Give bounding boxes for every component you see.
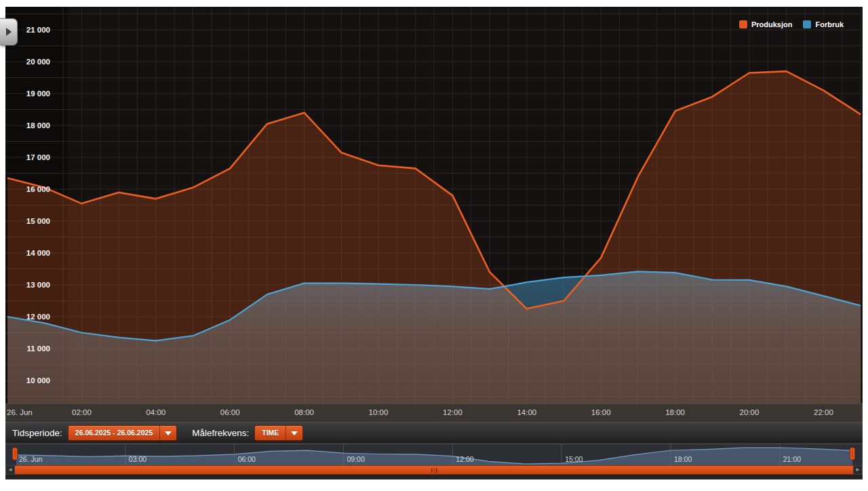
malefrekvens-select[interactable]: TIME <box>254 425 303 441</box>
svg-text:10 000: 10 000 <box>26 376 50 385</box>
svg-text:19 000: 19 000 <box>26 90 50 98</box>
main-chart-area: 21 00020 00019 00018 00017 00016 00015 0… <box>5 7 863 422</box>
svg-text:12:00: 12:00 <box>456 455 473 463</box>
legend: Produksjon Forbruk <box>739 20 844 28</box>
scroll-left-button[interactable]: ◄ <box>5 465 15 475</box>
svg-text:10:00: 10:00 <box>369 408 389 416</box>
legend-item-produksjon[interactable]: Produksjon <box>739 20 793 28</box>
svg-text:26. Jun: 26. Jun <box>19 455 43 463</box>
svg-text:18 000: 18 000 <box>26 121 50 130</box>
app-window: 21 00020 00019 00018 00017 00016 00015 0… <box>0 0 868 491</box>
svg-text:18:00: 18:00 <box>674 455 692 463</box>
svg-text:14 000: 14 000 <box>26 249 50 257</box>
svg-text:18:00: 18:00 <box>665 408 685 416</box>
forbruk-swatch-icon <box>803 20 811 28</box>
svg-text:16 000: 16 000 <box>26 185 50 193</box>
malefrekvens-value: TIME <box>255 426 285 440</box>
svg-text:02:00: 02:00 <box>72 408 92 416</box>
chevron-down-icon <box>165 431 172 435</box>
svg-text:26. Jun: 26. Jun <box>7 408 33 416</box>
scroll-right-button[interactable]: ► <box>853 465 863 475</box>
x-axis-band <box>5 404 863 422</box>
navigator[interactable]: 26. Jun03:0006:0009:0012:0015:0018:0021:… <box>5 444 863 465</box>
main-chart[interactable]: 21 00020 00019 00018 00017 00016 00015 0… <box>5 7 863 422</box>
malefrekvens-label: Målefrekvens: <box>192 428 249 438</box>
svg-text:06:00: 06:00 <box>220 408 240 416</box>
tidsperiode-label: Tidsperiode: <box>12 428 62 438</box>
svg-text:15 000: 15 000 <box>26 217 50 225</box>
svg-text:04:00: 04:00 <box>146 408 165 416</box>
scrollbar-grip-icon <box>431 468 437 473</box>
tidsperiode-value: 26.06.2025 - 26.06.2025 <box>68 426 159 440</box>
svg-text:12 000: 12 000 <box>26 313 50 321</box>
expand-arrow-icon <box>6 28 12 36</box>
sidebar-expander-tab[interactable] <box>0 18 18 45</box>
svg-text:20:00: 20:00 <box>740 408 760 416</box>
malefrekvens-dropdown-arrow <box>285 426 302 440</box>
svg-text:09:00: 09:00 <box>347 455 364 463</box>
svg-text:15:00: 15:00 <box>565 455 583 463</box>
chart-application: 21 00020 00019 00018 00017 00016 00015 0… <box>5 7 863 479</box>
svg-text:11 000: 11 000 <box>26 345 50 353</box>
svg-text:21:00: 21:00 <box>783 455 801 463</box>
svg-text:16:00: 16:00 <box>591 408 611 416</box>
svg-text:14:00: 14:00 <box>517 408 536 416</box>
scrollbar-thumb[interactable] <box>15 465 853 475</box>
navigator-area: 26. Jun03:0006:0009:0012:0015:0018:0021:… <box>5 444 863 465</box>
legend-label-forbruk: Forbruk <box>815 20 844 28</box>
svg-text:13 000: 13 000 <box>26 281 50 289</box>
svg-text:03:00: 03:00 <box>129 455 146 463</box>
tidsperiode-select[interactable]: 26.06.2025 - 26.06.2025 <box>68 425 177 441</box>
produksjon-swatch-icon <box>739 20 747 28</box>
svg-text:21 000: 21 000 <box>26 26 50 34</box>
tidsperiode-dropdown-arrow <box>159 426 176 440</box>
legend-item-forbruk[interactable]: Forbruk <box>803 20 844 28</box>
bottom-filler <box>5 475 863 479</box>
svg-text:17 000: 17 000 <box>26 153 50 161</box>
svg-text:22:00: 22:00 <box>814 408 833 416</box>
toolbar: Tidsperiode: 26.06.2025 - 26.06.2025 Mål… <box>5 422 863 444</box>
svg-text:08:00: 08:00 <box>294 408 314 416</box>
svg-text:06:00: 06:00 <box>238 455 256 463</box>
horizontal-scrollbar: ◄ ► <box>5 465 863 475</box>
chevron-down-icon <box>291 431 298 435</box>
svg-text:12:00: 12:00 <box>443 408 462 416</box>
legend-label-produksjon: Produksjon <box>751 20 793 28</box>
svg-text:20 000: 20 000 <box>26 58 50 66</box>
